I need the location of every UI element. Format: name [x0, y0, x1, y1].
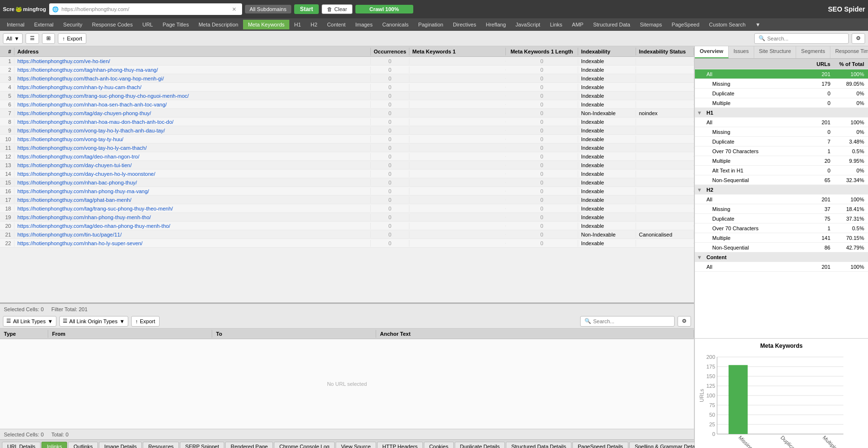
- row-address[interactable]: https://hotienphongthuy.com/tag/trang-su…: [14, 205, 371, 212]
- nav-tab-pagespeed[interactable]: PageSpeed: [667, 20, 705, 29]
- bottom-tab-duplicate-details[interactable]: Duplicate Details: [455, 442, 505, 448]
- table-row[interactable]: 8 https://hotienphongthuy.com/nhan-hoa-m…: [0, 118, 694, 126]
- nav-tab-page-titles[interactable]: Page Titles: [158, 20, 193, 29]
- table-row[interactable]: 1 https://hotienphongthuy.com/ve-ho-tien…: [0, 57, 694, 66]
- overview-row[interactable]: Missing 37 18.41%: [695, 204, 868, 214]
- overview-tab-site-structure[interactable]: Site Structure: [754, 46, 797, 58]
- all-subdomains-button[interactable]: All Subdomains: [245, 5, 291, 13]
- bottom-tab-chrome-console-log[interactable]: Chrome Console Log: [274, 442, 335, 448]
- bottom-tab-cookies[interactable]: Cookies: [424, 442, 454, 448]
- row-address[interactable]: https://hotienphongthuy.com/tag/phat-ban…: [14, 197, 371, 203]
- overview-row[interactable]: Alt Text in H1 0 0%: [695, 166, 868, 175]
- overview-row[interactable]: ▼ Content: [695, 252, 868, 262]
- nav-tab-pagination[interactable]: Pagination: [413, 20, 448, 29]
- table-row[interactable]: 11 https://hotienphongthuy.com/vong-tay-…: [0, 144, 694, 152]
- overview-row[interactable]: Missing 0 0%: [695, 127, 868, 137]
- table-row[interactable]: 18 https://hotienphongthuy.com/tag/trang…: [0, 204, 694, 213]
- nav-tab-structured-data[interactable]: Structured Data: [588, 20, 635, 29]
- row-address[interactable]: https://hotienphongthuy.com/ve-ho-tien/: [14, 58, 371, 65]
- bottom-search-input[interactable]: [593, 318, 670, 324]
- url-clear-icon[interactable]: ✕: [232, 6, 236, 13]
- row-address[interactable]: https://hotienphongthuy.com/day-chuyen-t…: [14, 162, 371, 169]
- table-row[interactable]: 22 https://hotienphongthuy.com/nhan-ho-l…: [0, 239, 694, 248]
- filter-options-button[interactable]: ⚙: [852, 33, 865, 44]
- nav-tab-h1[interactable]: H1: [289, 20, 306, 29]
- bottom-tab-rendered-page[interactable]: Rendered Page: [225, 442, 273, 448]
- row-address[interactable]: https://hotienphongthuy.com/nhan-hoa-mau…: [14, 119, 371, 125]
- bottom-tab-inlinks[interactable]: Inlinks: [41, 442, 67, 448]
- overview-row[interactable]: Duplicate 7 3.48%: [695, 137, 868, 146]
- overview-row[interactable]: Non-Sequential 65 32.34%: [695, 175, 868, 185]
- table-row[interactable]: 3 https://hotienphongthuy.com/thach-anh-…: [0, 74, 694, 83]
- nav-tab-security[interactable]: Security: [58, 20, 87, 29]
- bottom-export-button[interactable]: ↑ Export: [131, 316, 160, 327]
- search-input[interactable]: [767, 36, 844, 41]
- overview-row[interactable]: All 201 100%: [695, 195, 868, 204]
- link-types-dropdown[interactable]: ☰ All Link Types ▼: [3, 316, 56, 327]
- row-address[interactable]: https://hotienphongthuy.com/vong-tay-ho-…: [14, 127, 371, 134]
- overview-row[interactable]: Multiple 0 0%: [695, 98, 868, 108]
- row-address[interactable]: https://hotienphongthuy.com/day-chuyen-h…: [14, 171, 371, 177]
- crawl-progress-button[interactable]: Crawl 100%: [355, 5, 413, 13]
- overview-row[interactable]: ▼ H1: [695, 108, 868, 118]
- nav-tab-internal[interactable]: Internal: [2, 20, 29, 29]
- url-bar[interactable]: 🌐 https://hotienphongthuy.com/ ✕: [49, 3, 242, 15]
- row-address[interactable]: https://hotienphongthuy.com/thach-anh-to…: [14, 75, 371, 82]
- nav-tab-javascript[interactable]: JavaScript: [511, 20, 545, 29]
- row-address[interactable]: https://hotienphongthuy.com/nhan-phong-t…: [14, 188, 371, 195]
- overview-row[interactable]: Duplicate 75 37.31%: [695, 214, 868, 224]
- row-address[interactable]: https://hotienphongthuy.com/nhan-hoa-sen…: [14, 101, 371, 108]
- clear-button[interactable]: 🗑 Clear: [322, 4, 352, 14]
- table-row[interactable]: 21 https://hotienphongthuy.com/tin-tuc/p…: [0, 230, 694, 239]
- nav-tab-hreflang[interactable]: Hreflang: [481, 20, 511, 29]
- nav-tab-custom-search[interactable]: Custom Search: [704, 20, 750, 29]
- row-address[interactable]: https://hotienphongthuy.com/nhan-phong-t…: [14, 214, 371, 221]
- table-row[interactable]: 2 https://hotienphongthuy.com/tag/nhan-p…: [0, 66, 694, 74]
- nav-tab-images[interactable]: Images: [351, 20, 378, 29]
- table-row[interactable]: 19 https://hotienphongthuy.com/nhan-phon…: [0, 213, 694, 222]
- overview-tab-response-times[interactable]: Response Times: [830, 46, 868, 58]
- row-address[interactable]: https://hotienphongthuy.com/vong-tay-ho-…: [14, 145, 371, 151]
- overview-row[interactable]: All 201 100%: [695, 118, 868, 127]
- nav-tab-external[interactable]: External: [29, 20, 58, 29]
- nav-tab-▼[interactable]: ▼: [750, 20, 765, 29]
- table-row[interactable]: 15 https://hotienphongthuy.com/nhan-bac-…: [0, 178, 694, 187]
- table-row[interactable]: 16 https://hotienphongthuy.com/nhan-phon…: [0, 187, 694, 196]
- grid-view-button[interactable]: ⊞: [42, 33, 55, 44]
- table-row[interactable]: 4 https://hotienphongthuy.com/nhan-ty-hu…: [0, 83, 694, 92]
- overview-row[interactable]: Over 70 Characters 1 0.5%: [695, 224, 868, 233]
- row-address[interactable]: https://hotienphongthuy.com/tag/deo-nhan…: [14, 223, 371, 229]
- row-address[interactable]: https://hotienphongthuy.com/nhan-ty-huu-…: [14, 84, 371, 91]
- table-row[interactable]: 12 https://hotienphongthuy.com/tag/deo-n…: [0, 152, 694, 161]
- bottom-tab-resources[interactable]: Resources: [143, 442, 179, 448]
- overview-tab-issues[interactable]: Issues: [729, 46, 754, 58]
- nav-tab-url[interactable]: URL: [137, 20, 158, 29]
- overview-tab-segments[interactable]: Segments: [796, 46, 830, 58]
- overview-row[interactable]: Over 70 Characters 1 0.5%: [695, 146, 868, 156]
- table-row[interactable]: 14 https://hotienphongthuy.com/day-chuye…: [0, 170, 694, 178]
- bottom-tab-outlinks[interactable]: Outlinks: [68, 442, 98, 448]
- row-address[interactable]: https://hotienphongthuy.com/nhan-bac-pho…: [14, 179, 371, 186]
- nav-tab-sitemaps[interactable]: Sitemaps: [635, 20, 667, 29]
- export-button[interactable]: ↑ Export: [58, 33, 86, 44]
- table-row[interactable]: 13 https://hotienphongthuy.com/day-chuye…: [0, 161, 694, 170]
- nav-tab-content[interactable]: Content: [322, 20, 351, 29]
- overview-row[interactable]: Multiple 141 70.15%: [695, 233, 868, 243]
- row-address[interactable]: https://hotienphongthuy.com/trang-suc-ph…: [14, 92, 371, 99]
- overview-row[interactable]: Duplicate 0 0%: [695, 89, 868, 98]
- overview-row[interactable]: Multiple 20 9.95%: [695, 156, 868, 166]
- nav-tab-h2[interactable]: H2: [306, 20, 322, 29]
- row-address[interactable]: https://hotienphongthuy.com/tag/deo-nhan…: [14, 153, 371, 160]
- start-button[interactable]: Start: [294, 4, 319, 14]
- nav-tab-response-codes[interactable]: Response Codes: [87, 20, 137, 29]
- list-view-button[interactable]: ☰: [26, 33, 39, 44]
- bottom-tab-pagespeed-details[interactable]: PageSpeed Details: [572, 442, 628, 448]
- bottom-tab-image-details[interactable]: Image Details: [99, 442, 142, 448]
- row-address[interactable]: https://hotienphongthuy.com/tin-tuc/page…: [14, 231, 371, 238]
- table-row[interactable]: 7 https://hotienphongthuy.com/tag/day-ch…: [0, 109, 694, 118]
- table-row[interactable]: 5 https://hotienphongthuy.com/trang-suc-…: [0, 92, 694, 100]
- overview-row[interactable]: Non-Sequential 86 42.79%: [695, 243, 868, 252]
- row-address[interactable]: https://hotienphongthuy.com/nhan-ho-ly-s…: [14, 240, 371, 247]
- row-address[interactable]: https://hotienphongthuy.com/vong-tay-ty-…: [14, 136, 371, 143]
- overview-row[interactable]: Missing 179 89.05%: [695, 79, 868, 89]
